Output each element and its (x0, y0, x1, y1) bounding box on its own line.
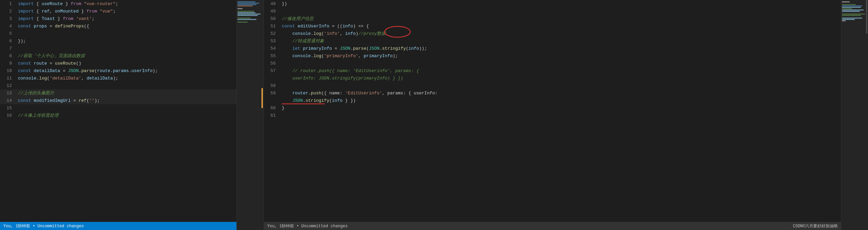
line-row: userInfo: JSON.stringify(primaryInfo) } … (264, 74, 841, 82)
left-panel: 1 import { useRoute } from "vue-router";… (0, 0, 237, 230)
status-right-text: CSDN©六月要好好加油呐 (793, 223, 838, 229)
editor-container: 1 import { useRoute } from "vue-router";… (0, 0, 868, 230)
line-row: 8 //获取「个人中心」页面路由数据 (0, 52, 236, 60)
line-number: 5 (0, 31, 15, 36)
line-code: router.push({ name: 'EditUserinfo', para… (279, 91, 841, 96)
line-row: 4 const props = defineProps({ (0, 22, 236, 30)
line-row: 11 console.log('detailData', detailData)… (0, 74, 236, 82)
left-minimap (237, 0, 264, 230)
line-code: } (279, 106, 841, 111)
line-number: 58 (264, 83, 279, 88)
line-number: 4 (0, 24, 15, 29)
right-status-bar: You, 1秒钟前 • Uncommitted changes CSDN©六月要… (264, 222, 841, 230)
line-row: 51 const editUserInfo = ((info) => { (264, 22, 841, 30)
status-text: You, 1秒钟前 • Uncommitted changes (3, 223, 84, 229)
line-code: const modifiedImgUrl = ref(''); (15, 98, 236, 103)
line-row: 55 console.log('primaryInfo', primaryInf… (264, 52, 841, 60)
line-code: //修改用户信息 (279, 16, 841, 22)
line-code: import { Toast } from 'vant'; (15, 16, 236, 21)
line-row: 14 const modifiedImgUrl = ref(''); (0, 97, 236, 104)
line-row: 9 const route = useRoute() (0, 60, 236, 67)
line-row: 54 let primaryInfo = JSON.parse(JSON.str… (264, 45, 841, 52)
right-lines: 48 }) 49 50 //修改用户信息 51 const editUserIn… (264, 0, 841, 222)
line-number: 52 (264, 31, 279, 36)
line-row: 3 import { Toast } from 'vant'; (0, 15, 236, 22)
line-code: import { useRoute } from "vue-router"; (15, 1, 236, 6)
right-panel: 48 }) 49 50 //修改用户信息 51 const editUserIn… (264, 0, 841, 230)
line-code: const detailData = JSON.parse(route.para… (15, 68, 236, 73)
line-number: 12 (0, 83, 15, 88)
line-code: //获取「个人中心」页面路由数据 (15, 53, 236, 59)
left-status-bar: You, 1秒钟前 • Uncommitted changes (0, 222, 236, 230)
line-row: 2 import { ref, onMounted } from "vue"; (0, 7, 236, 15)
line-code: const editUserInfo = ((info) => { (279, 24, 841, 29)
line-row: 5 (0, 30, 236, 37)
line-row: 50 //修改用户信息 (264, 15, 841, 22)
line-number: 51 (264, 24, 279, 29)
line-code: userInfo: JSON.stringify(primaryInfo) } … (279, 76, 841, 81)
line-row: JSON.stringify(info } }) (264, 97, 841, 104)
line-code: console.log('primaryInfo', primaryInfo); (279, 53, 841, 59)
line-number: 3 (0, 16, 15, 21)
line-number: 2 (0, 9, 15, 14)
line-row: 49 (264, 7, 841, 15)
line-row: 12 (0, 82, 236, 89)
line-number: 53 (264, 39, 279, 44)
line-row: 58 (264, 82, 841, 89)
line-number: 60 (264, 106, 279, 111)
line-code: import { ref, onMounted } from "vue"; (15, 9, 236, 14)
line-code: }) (279, 1, 841, 6)
line-number: 14 (0, 98, 15, 103)
line-number: 8 (0, 53, 15, 59)
line-number: 11 (0, 76, 15, 81)
line-number: 56 (264, 61, 279, 66)
line-code: //转成普通对象 (279, 38, 841, 44)
line-code: }); (15, 39, 236, 44)
line-number: 15 (0, 106, 15, 111)
line-number: 48 (264, 1, 279, 6)
minimap-content (237, 0, 264, 24)
line-row: 52 console.log('info', info)//proxy数据 (264, 30, 841, 37)
line-number: 50 (264, 16, 279, 21)
line-row: 16 //斗像上传前置处理 (0, 112, 236, 119)
line-row: 48 }) (264, 0, 841, 7)
line-code: JSON.stringify(info } }) (279, 98, 841, 103)
line-code: //斗像上传前置处理 (15, 112, 236, 118)
line-row: 10 const detailData = JSON.parse(route.p… (0, 67, 236, 74)
line-number: 10 (0, 68, 15, 73)
line-row: 56 (264, 60, 841, 67)
line-number: 13 (0, 91, 15, 96)
status-left-text: You, 1秒钟前 • Uncommitted changes (267, 223, 348, 229)
line-number: 57 (264, 68, 279, 73)
line-row: 59 router.push({ name: 'EditUserinfo', p… (264, 89, 841, 97)
line-number: 1 (0, 1, 15, 6)
line-row: 60 } (264, 104, 841, 112)
right-minimap (841, 0, 868, 230)
line-code: const route = useRoute() (15, 61, 236, 66)
right-panel-inner: 48 }) 49 50 //修改用户信息 51 const editUserIn… (264, 0, 841, 222)
line-number: 59 (264, 91, 279, 96)
line-code: let primaryInfo = JSON.parse(JSON.string… (279, 46, 841, 51)
line-code: console.log('detailData', detailData); (15, 76, 236, 81)
line-row: 61 (264, 112, 841, 119)
line-number: 6 (0, 39, 15, 44)
line-number: 9 (0, 61, 15, 66)
line-row: 7 (0, 45, 236, 52)
line-code: console.log('info', info)//proxy数据 (279, 30, 841, 37)
minimap-content-right (841, 0, 868, 24)
line-row: 57 // router.push({ name: 'EditUserinfo'… (264, 67, 841, 74)
line-number: 55 (264, 53, 279, 59)
line-code: //上传的头像图片 (15, 90, 236, 96)
left-lines-container: 1 import { useRoute } from "vue-router";… (0, 0, 236, 222)
line-number: 16 (0, 113, 15, 118)
line-number: 61 (264, 113, 279, 118)
line-row: 6 }); (0, 37, 236, 45)
line-row: 15 (0, 104, 236, 112)
line-number: 54 (264, 46, 279, 51)
line-code: // router.push({ name: 'EditUserinfo', p… (279, 68, 841, 73)
line-row: 53 //转成普通对象 (264, 37, 841, 45)
line-number: 49 (264, 9, 279, 14)
line-row: 13 //上传的头像图片 (0, 89, 236, 97)
line-code: const props = defineProps({ (15, 24, 236, 29)
line-row: 1 import { useRoute } from "vue-router"; (0, 0, 236, 7)
